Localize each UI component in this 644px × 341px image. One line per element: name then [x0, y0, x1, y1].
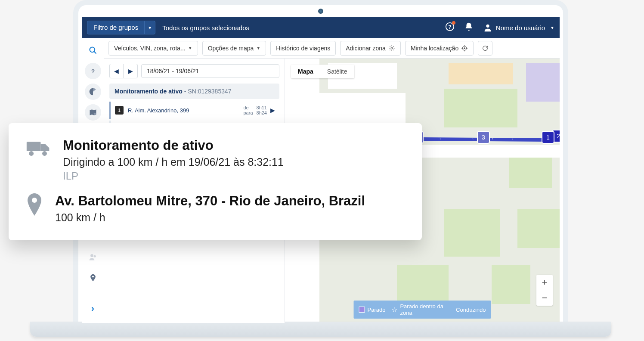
date-prev-button[interactable]: ◀	[110, 64, 124, 78]
legend-stopped: Parado	[359, 303, 386, 316]
notifications-button[interactable]	[464, 22, 474, 33]
rail-map-button[interactable]	[85, 104, 101, 121]
svg-text:?: ?	[91, 68, 94, 74]
trip-times: depara8h118h24	[243, 105, 267, 115]
target-icon	[461, 45, 468, 52]
trip-history-button[interactable]: Histórico de viagens	[270, 41, 336, 56]
legend-driving-label: Conduzindo	[456, 307, 486, 313]
bell-icon	[464, 22, 474, 31]
trip-number: 1	[115, 106, 124, 115]
legend-driving: Conduzindo	[453, 303, 486, 316]
help-button[interactable]: ?	[445, 22, 455, 33]
refresh-button[interactable]	[478, 41, 492, 56]
filter-groups-label: Filtro de grupos	[87, 21, 145, 34]
waypoint-marker[interactable]: 2	[553, 130, 560, 142]
svg-text:‹: ‹	[512, 136, 513, 141]
svg-point-32	[32, 198, 37, 203]
topbar: Filtro de grupos ▼ Todos os grupos selec…	[82, 17, 560, 38]
svg-text:?: ?	[448, 24, 452, 30]
map-type-map[interactable]: Mapa	[291, 65, 320, 78]
play-icon[interactable]: ▶	[270, 107, 275, 114]
zoom-out-button[interactable]: −	[536, 290, 553, 306]
user-icon	[483, 23, 492, 32]
user-label: Nome do usuário	[496, 24, 545, 31]
square-icon	[359, 307, 365, 313]
asset-label: Monitoramento de ativo	[115, 88, 183, 95]
rail-pin-button[interactable]	[85, 270, 101, 286]
my-location-button[interactable]: Minha localização	[405, 41, 474, 56]
waypoint-marker[interactable]: 1	[542, 132, 554, 143]
filter-groups-button[interactable]: Filtro de grupos ▼	[87, 21, 155, 34]
svg-point-17	[90, 254, 93, 257]
legend-stopped-label: Parado	[368, 307, 386, 313]
map-type-toggle: Mapa Satélite	[291, 65, 354, 78]
gear-plus-icon	[388, 45, 395, 52]
waypoint-1-label: 1	[546, 134, 550, 141]
popup-tag: ILP	[63, 170, 405, 182]
popup-speed: 100 km / h	[55, 211, 405, 224]
waypoint-2-label: 2	[557, 133, 560, 140]
svg-point-5	[464, 47, 465, 49]
rail-search-button[interactable]	[85, 42, 101, 59]
zoom-in-button[interactable]: +	[536, 275, 553, 290]
add-zone-label: Adicionar zona	[346, 45, 386, 52]
chart-icon	[89, 87, 97, 96]
waypoint-marker[interactable]: 3	[478, 132, 489, 143]
date-next-button[interactable]: ▶	[124, 64, 137, 78]
svg-text:‹: ‹	[440, 136, 441, 141]
caret-down-icon: ▼	[256, 46, 260, 50]
svg-point-8	[93, 113, 96, 115]
date-range-value: 18/06/21 - 19/06/21	[147, 68, 199, 74]
date-navigation: ◀ ▶ 18/06/21 - 19/06/21	[109, 64, 279, 78]
svg-point-3	[391, 47, 393, 49]
map-pin-icon	[89, 108, 97, 117]
refresh-icon	[482, 45, 489, 52]
svg-rect-29	[27, 142, 41, 151]
rail-users-button[interactable]	[85, 249, 101, 265]
laptop-base	[30, 322, 611, 337]
rail-expand-button[interactable]: ›	[91, 303, 94, 314]
users-icon	[89, 253, 97, 261]
caret-down-icon: ▼	[145, 25, 155, 30]
asset-header[interactable]: Monitoramento de ativo - SN:0129385347	[109, 84, 279, 99]
legend-in-zone-label: Parado dentro da zona	[400, 303, 447, 316]
map-type-satellite[interactable]: Satélite	[320, 65, 354, 78]
info-popup: Monitoramento de ativo Dirigindo a 100 k…	[9, 123, 422, 240]
map-options-label: Opções de mapa	[208, 45, 254, 52]
map-legend: Parado ☆ Parado dentro da zona Conduzind…	[354, 301, 491, 319]
caret-down-icon: ▼	[188, 46, 192, 50]
svg-point-30	[29, 151, 34, 156]
date-range-field[interactable]: 18/06/21 - 19/06/21	[141, 64, 279, 78]
caret-down-icon: ▼	[550, 25, 554, 30]
rail-help-button[interactable]: ?	[85, 63, 101, 79]
user-menu[interactable]: Nome do usuário ▼	[483, 23, 554, 32]
svg-text:‹: ‹	[492, 136, 493, 141]
popup-address: Av. Bartolomeu Mitre, 370 - Rio de Janei…	[55, 193, 405, 209]
asset-sn: - SN:0129385347	[183, 88, 232, 95]
star-icon: ☆	[391, 306, 397, 314]
my-location-label: Minha localização	[411, 45, 458, 52]
trip-history-label: Histórico de viagens	[276, 45, 330, 52]
map-options-dropdown[interactable]: Opções de mapa ▼	[202, 41, 266, 56]
trip-address: R. Alm. Alexandrino, 399	[128, 107, 243, 114]
popup-asset-title: Monitoramento de ativo	[63, 138, 405, 153]
groups-selected-text: Todos os grupos selecionados	[162, 24, 249, 31]
vehicles-dropdown[interactable]: Veículos, VIN, zona, rota... ▼	[108, 41, 198, 56]
svg-point-19	[92, 276, 93, 277]
svg-text:‹: ‹	[473, 136, 474, 141]
search-icon	[89, 46, 97, 55]
popup-driving-status: Dirigindo a 100 km / h em 19/06/21 às 8:…	[63, 156, 405, 168]
toolbar: Veículos, VIN, zona, rota... ▼ Opções de…	[82, 38, 560, 59]
rail-globe-button[interactable]	[85, 84, 101, 100]
zoom-control: + −	[536, 275, 553, 306]
question-icon: ?	[89, 67, 97, 75]
add-zone-button[interactable]: Adicionar zona	[340, 41, 401, 56]
pin-icon	[26, 193, 43, 226]
vehicles-label: Veículos, VIN, zona, rota...	[114, 45, 186, 52]
svg-point-18	[93, 255, 96, 257]
pin-icon	[89, 273, 97, 282]
chevron-right-icon: ›	[91, 303, 94, 314]
trip-row[interactable]: 1R. Alm. Alexandrino, 399depara8h118h24▶	[109, 102, 279, 119]
camera-dot	[318, 9, 323, 14]
svg-point-2	[486, 25, 489, 28]
